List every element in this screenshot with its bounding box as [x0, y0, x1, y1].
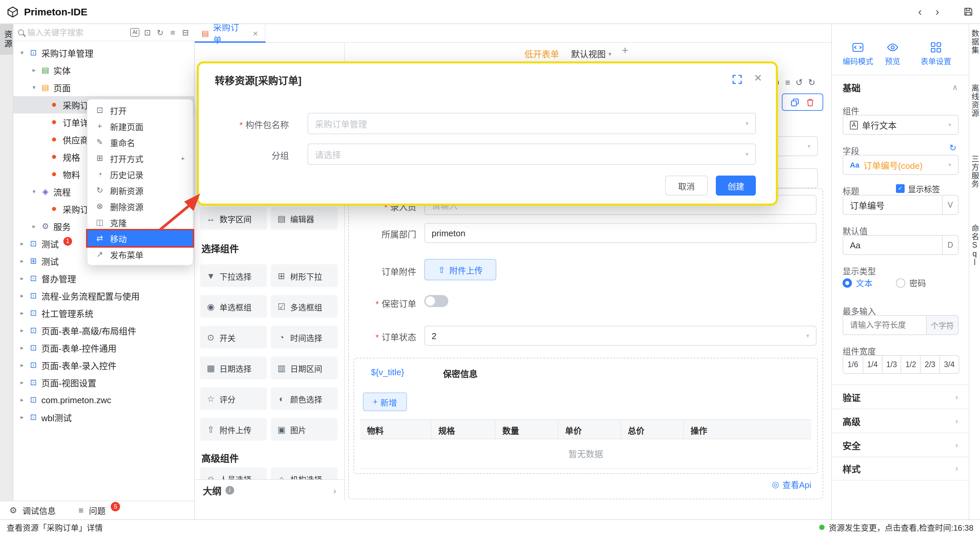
chevron-right-icon[interactable]: ▸ [19, 397, 25, 403]
preview-button[interactable]: 预览 [883, 41, 903, 66]
chevron-right-icon[interactable]: ▸ [19, 310, 25, 316]
nav-forward-icon[interactable]: › [931, 5, 943, 18]
chevron-right-icon[interactable]: ▸ [19, 240, 25, 247]
problems-button[interactable]: 问题 [89, 504, 106, 516]
tree-item-package[interactable]: ▾ ⊡ 采购订单管理 [13, 44, 195, 61]
tree-item-entities[interactable]: ▸ ▤ 实体 [13, 61, 195, 79]
tab-purchase-order[interactable]: ▤ 采购订单 ✕ [195, 24, 266, 43]
secret-order-toggle[interactable] [424, 295, 448, 307]
undo-icon[interactable]: ↺ [795, 77, 803, 88]
palette-radio-group[interactable]: ◉单选框组 [200, 295, 267, 318]
close-tab-icon[interactable]: ✕ [253, 30, 258, 37]
tree-item-pages[interactable]: ▾ ▤ 页面 [13, 79, 195, 96]
default-value-input[interactable]: Aa D [843, 235, 959, 255]
palette-time-picker[interactable]: ◔时间选择 [271, 326, 337, 348]
chevron-right-icon[interactable]: ▸ [19, 379, 25, 386]
group-select[interactable]: 请选择 ▾ [307, 143, 756, 165]
palette-file-upload[interactable]: ⇧附件上传 [200, 418, 267, 440]
cancel-button[interactable]: 取消 [665, 175, 708, 196]
palette-editor[interactable]: ▤ 编辑器 [271, 207, 337, 230]
sort-icon[interactable]: ≡ [168, 28, 177, 37]
low-code-form-mode[interactable]: 低开表单 [524, 48, 559, 60]
chevron-right-icon[interactable]: ▸ [19, 344, 25, 351]
section-basic[interactable]: 基础 ∧ [832, 75, 969, 99]
order-status-select[interactable]: 2 ▾ [424, 326, 816, 346]
tab-offline-resources[interactable]: 离线资源 [969, 84, 980, 118]
menu-item-publish[interactable]: ↗发布菜单 [88, 246, 193, 262]
title-input[interactable]: 订单编号 V [843, 195, 959, 215]
chevron-down-icon[interactable]: ▾ [31, 188, 37, 195]
chevron-down-icon[interactable]: ▾ [31, 84, 37, 91]
tree-item-form-common[interactable]: ▸ ⊡ 页面-表单-控件通用 [13, 339, 195, 357]
section-advanced[interactable]: 高级 › [832, 408, 969, 432]
chevron-right-icon[interactable]: ▸ [19, 292, 25, 299]
refresh-field-icon[interactable]: ↻ [949, 143, 957, 153]
width-option[interactable]: 2/3 [920, 356, 939, 373]
save-icon[interactable] [963, 7, 973, 17]
redo-icon[interactable]: ↻ [808, 77, 816, 88]
chevron-right-icon[interactable]: ▸ [19, 327, 25, 334]
chevron-right-icon[interactable]: ▸ [19, 275, 25, 282]
palette-rating[interactable]: ☆评分 [200, 387, 267, 410]
palette-date-range[interactable]: ▥日期区间 [271, 357, 337, 379]
department-input[interactable]: primeton [424, 223, 816, 243]
view-api-link[interactable]: ◎ 查看Api [360, 478, 811, 491]
radio-text[interactable]: 文本 [843, 276, 873, 289]
tree-item-zwc[interactable]: ▸ ⊡ com.primeton.zwc [13, 391, 195, 408]
palette-image[interactable]: ▣图片 [271, 418, 337, 440]
width-option[interactable]: 1/4 [862, 356, 882, 373]
max-length-field[interactable] [850, 320, 910, 330]
tree-item-view-settings[interactable]: ▸ ⊡ 页面-视图设置 [13, 374, 195, 391]
tab-named-sql[interactable]: 命名Sql [969, 224, 980, 267]
trash-icon[interactable] [806, 98, 815, 107]
copy-icon[interactable] [791, 98, 799, 107]
package-name-select[interactable]: 采购订单管理 ▾ [307, 113, 756, 134]
create-button[interactable]: 创建 [716, 175, 756, 196]
menu-item-history[interactable]: ◔历史记录 [88, 166, 193, 182]
tree-item-form-layout[interactable]: ▸ ⊡ 页面-表单-高级/布局组件 [13, 322, 195, 339]
width-option[interactable]: 3/4 [939, 356, 959, 373]
show-label-checkbox[interactable]: ✓ 显示标签 [896, 183, 940, 194]
ai-search-icon[interactable]: AI [130, 28, 139, 37]
tree-item-form-input[interactable]: ▸ ⊡ 页面-表单-录入控件 [13, 357, 195, 374]
close-dialog-icon[interactable]: ✕ [754, 72, 762, 84]
palette-date-picker[interactable]: ▦日期选择 [200, 357, 267, 379]
palette-number-range[interactable]: ↔ 数字区间 [200, 207, 267, 230]
max-length-input[interactable]: 个字符 [843, 315, 959, 335]
add-view-button[interactable]: + [622, 44, 628, 57]
package-filter-icon[interactable]: ⊡ [143, 28, 152, 37]
width-option[interactable]: 1/2 [901, 356, 920, 373]
dynamic-suffix[interactable]: D [942, 236, 958, 254]
menu-item-rename[interactable]: ✎重命名 [88, 134, 193, 150]
palette-color-picker[interactable]: ◐颜色选择 [271, 387, 337, 410]
search-input[interactable] [27, 28, 127, 37]
menu-item-open[interactable]: ⊡打开 [88, 102, 193, 118]
add-row-button[interactable]: + 新增 [363, 392, 407, 411]
refresh-tree-icon[interactable]: ↻ [156, 28, 165, 37]
chevron-right-icon[interactable]: ▸ [31, 223, 37, 230]
view-switcher[interactable]: 默认视图 ▾ [571, 48, 611, 60]
tree-item-flow-config[interactable]: ▸ ⊡ 流程-业务流程配置与使用 [13, 287, 195, 304]
section-security[interactable]: 安全 › [832, 432, 969, 457]
nav-back-icon[interactable]: ‹ [914, 5, 926, 18]
width-option[interactable]: 1/3 [881, 356, 901, 373]
upload-attachment-button[interactable]: ⇧ 附件上传 [424, 259, 496, 281]
width-option[interactable]: 1/6 [843, 356, 862, 373]
palette-tree-dropdown[interactable]: ⊞树形下拉 [271, 264, 337, 287]
palette-dropdown[interactable]: ▼下拉选择 [200, 264, 267, 287]
variable-suffix[interactable]: V [942, 196, 958, 214]
code-mode-button[interactable]: 编码模式 [840, 41, 876, 66]
section-validation[interactable]: 验证 › [832, 384, 969, 408]
resource-changed-link[interactable]: 资源发生变更，点击查看,检查时间:16:38 [829, 521, 973, 532]
chevron-right-icon[interactable]: ▸ [19, 414, 25, 421]
field-binding-select[interactable]: Aa 订单编号(code) ▾ [843, 155, 959, 175]
chevron-right-icon[interactable]: ▸ [19, 362, 25, 368]
fullscreen-icon[interactable] [732, 75, 742, 84]
chevron-right-icon[interactable]: ▸ [31, 67, 37, 73]
tree-item-social-system[interactable]: ▸ ⊡ 社工管理系统 [13, 304, 195, 322]
outline-footer[interactable]: 大纲 i › [195, 479, 344, 501]
palette-checkbox-group[interactable]: ☑多选框组 [271, 295, 337, 318]
resources-vertical-tab[interactable]: 资源 [0, 24, 13, 55]
subtab-secret-info[interactable]: 保密信息 [443, 367, 478, 380]
section-style[interactable]: 样式 › [832, 457, 969, 481]
